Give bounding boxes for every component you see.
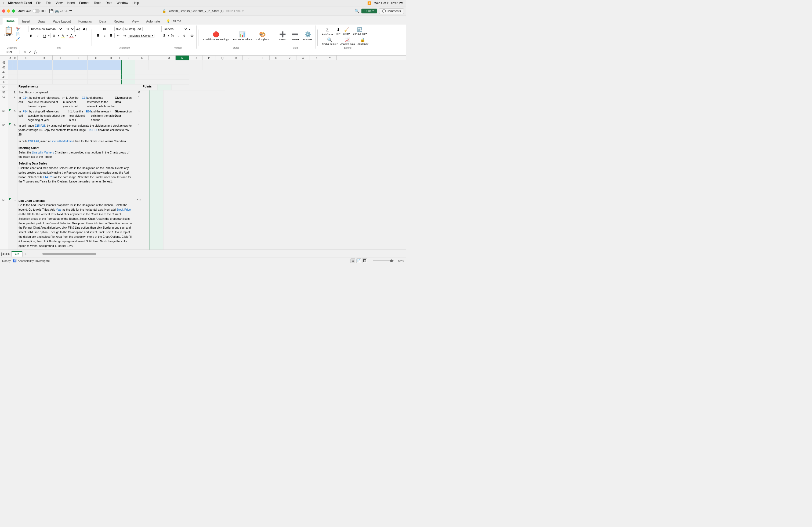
menu-data[interactable]: Data [105, 1, 112, 5]
cell-rest51[interactable] [163, 90, 217, 95]
cell-b47[interactable] [13, 70, 18, 75]
tab-formulas[interactable]: Formulas [75, 18, 95, 25]
cell-g49[interactable] [88, 80, 105, 85]
underline-button[interactable]: U [42, 33, 47, 39]
row-num-46[interactable]: 46 [0, 65, 8, 70]
col-header-g[interactable]: G [88, 56, 105, 60]
align-center-button[interactable]: ≡ [102, 33, 107, 39]
cell-c55[interactable]: Edit Chart Elements Go to the Add Chart … [18, 198, 133, 250]
find-select-button[interactable]: 🔍 Find & Select ▾ [321, 37, 339, 46]
cell-b54[interactable]: 4. [13, 123, 18, 198]
decrease-decimal-button[interactable]: .0← [182, 33, 188, 39]
cell-i55[interactable] [145, 198, 150, 250]
cell-n50[interactable] [158, 85, 172, 90]
save-icon[interactable]: 💾 [49, 9, 54, 13]
cell-a54[interactable] [8, 123, 13, 198]
label-indicator[interactable]: 🏷 No Label ▾ [226, 10, 244, 13]
cell-c48[interactable] [18, 75, 35, 80]
cell-f47[interactable] [70, 70, 88, 75]
clear-button[interactable]: 🧹 Clear ▾ [342, 27, 351, 36]
cell-b45[interactable] [13, 60, 18, 65]
cell-g48[interactable] [88, 75, 105, 80]
name-box[interactable] [1, 49, 17, 55]
cell-b50[interactable] [13, 85, 18, 90]
cell-h49[interactable] [105, 80, 117, 85]
border-button[interactable]: ⊞ [51, 33, 57, 39]
row-num-53[interactable]: 53 [0, 109, 8, 123]
tab-insert[interactable]: Insert [18, 18, 33, 25]
tab-review[interactable]: Review [110, 18, 128, 25]
cell-a46[interactable] [8, 65, 13, 70]
cell-b55[interactable]: 5. [13, 198, 18, 250]
cell-i50[interactable] [153, 85, 158, 90]
menu-edit[interactable]: Edit [46, 1, 51, 5]
cell-n55[interactable] [150, 198, 163, 250]
cell-g45[interactable] [88, 60, 105, 65]
number-format-select[interactable]: General [161, 26, 188, 32]
cell-g47[interactable] [88, 70, 105, 75]
cell-e47[interactable] [53, 70, 70, 75]
cell-e48[interactable] [53, 75, 70, 80]
cell-i49[interactable] [117, 80, 122, 85]
autosum-button[interactable]: Σ AutoSum ▾ [321, 26, 334, 36]
sheet-nav-prev[interactable]: ◀ [5, 252, 7, 256]
row-num-51[interactable]: 51 [0, 90, 8, 95]
increase-indent-button[interactable]: ⇥ [122, 33, 128, 39]
undo-icon[interactable]: ↩ [60, 9, 63, 13]
sensitivity-button[interactable]: 🔒 Sensitivity [356, 37, 369, 46]
col-header-h[interactable]: H [105, 56, 117, 60]
orient-text-button[interactable]: ab↗ [115, 26, 121, 32]
cell-h55[interactable]: 1.6 [133, 198, 145, 250]
cell-f46[interactable] [70, 65, 88, 70]
cell-i51[interactable] [145, 90, 150, 95]
page-break-view-button[interactable]: 🔲 [362, 258, 367, 263]
cell-rest45[interactable] [149, 60, 202, 65]
scroll-thumb[interactable] [42, 253, 96, 255]
delete-cells-button[interactable]: ➖ Delete ▾ [289, 30, 301, 42]
col-header-u[interactable]: U [270, 56, 283, 60]
col-header-r[interactable]: R [229, 56, 243, 60]
row-num-49[interactable]: 49 [0, 80, 8, 85]
sort-filter-button[interactable]: 🔃 Sort & Filter ▾ [352, 27, 368, 36]
cell-f49[interactable] [70, 80, 88, 85]
paste-button[interactable]: 📋 Paste ▾ [3, 26, 14, 42]
cell-a55[interactable] [8, 198, 13, 250]
menu-window[interactable]: Window [117, 1, 128, 5]
cell-e45[interactable] [53, 60, 70, 65]
cell-a53[interactable] [8, 109, 13, 123]
bold-button[interactable]: B [28, 33, 34, 39]
apple-menu[interactable]:  [3, 1, 4, 5]
cell-h53[interactable]: 1 [133, 109, 145, 123]
italic-button[interactable]: I [35, 33, 41, 39]
menu-file[interactable]: File [36, 1, 41, 5]
col-header-n[interactable]: N [176, 56, 189, 60]
cell-a49[interactable] [8, 80, 13, 85]
comma-button[interactable]: , [176, 33, 182, 39]
cell-h54[interactable]: 1 [133, 123, 145, 198]
row-num-45[interactable]: 45 [0, 60, 8, 65]
font-size-select[interactable]: 14 [64, 26, 75, 32]
tab-page-layout[interactable]: Page Layout [49, 18, 74, 25]
sheet-nav-first[interactable]: |◀ [1, 252, 4, 256]
cell-a50[interactable] [8, 85, 13, 90]
tab-draw[interactable]: Draw [34, 18, 48, 25]
col-header-f[interactable]: F [70, 56, 88, 60]
format-cells-button[interactable]: ⚙️ Format ▾ [302, 30, 314, 42]
confirm-formula-icon[interactable]: ✓ [28, 50, 32, 54]
print-icon[interactable]: 🖨️ [55, 9, 59, 13]
format-painter-button[interactable]: 🖌️ [15, 37, 21, 41]
tab-automate[interactable]: Automate [143, 18, 163, 25]
cell-h51[interactable]: 0 [133, 90, 145, 95]
grid-scroll[interactable]: A B C D E F G H I J K L M N O P Q R S T [0, 56, 406, 250]
cell-h45[interactable] [105, 60, 117, 65]
cell-d49[interactable] [35, 80, 53, 85]
col-header-x[interactable]: X [310, 56, 323, 60]
cell-n51[interactable] [150, 90, 163, 95]
tab-view[interactable]: View [128, 18, 142, 25]
cell-d46[interactable] [35, 65, 53, 70]
cell-rest53[interactable] [163, 109, 217, 123]
cell-f48[interactable] [70, 75, 88, 80]
cut-button[interactable]: ✂️ [15, 27, 21, 31]
cell-e46[interactable] [53, 65, 70, 70]
font-color-button[interactable]: A [69, 33, 74, 39]
